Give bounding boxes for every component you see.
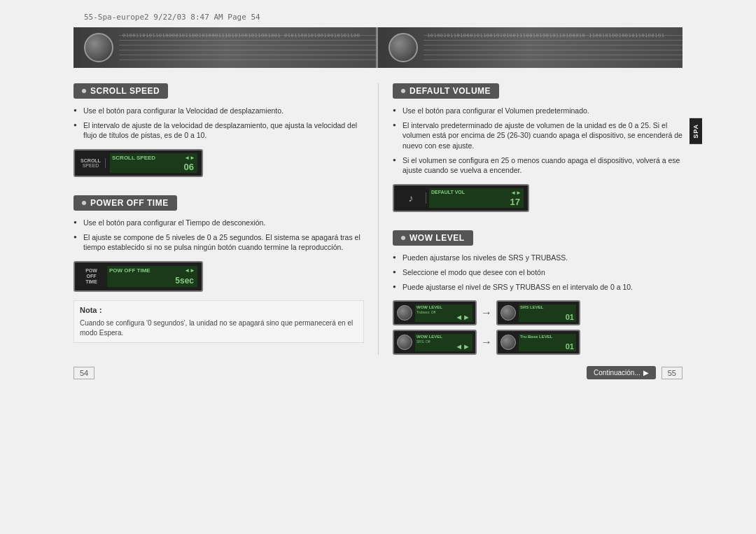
wow-screen-1: WOW LEVEL Trubass: Off ◄► [415, 304, 472, 322]
banner-strip: 0100110101101000010110010100011101010010… [74, 27, 682, 68]
wow-bullet-1: Pueden ajustarse los niveles de SRS y TR… [393, 253, 682, 263]
defvol-icon: ♪ [409, 192, 414, 204]
note-block: Nota： Cuando se configura '0 segundos', … [74, 300, 364, 343]
scroll-speed-dot [82, 89, 86, 93]
default-vol-display: ♪ DEFAULT VOL ◄► 17 [393, 184, 529, 212]
scroll-speed-bullet-1-text: Use el botón para configurar la Velocida… [83, 106, 284, 115]
wow-display-1: WOW LEVEL Trubass: Off ◄► [393, 300, 477, 325]
wow-screen-2-sub: SRS: Off [416, 339, 430, 344]
scroll-screen: SCROLL SPEED ◄► 06 [110, 153, 197, 173]
wow-icon-2 [397, 335, 412, 350]
defvol-screen: DEFAULT VOL ◄► 17 [429, 188, 524, 208]
default-vol-bullets: Use el botón para configurar el Volumen … [393, 106, 682, 176]
banner-circle-right [388, 33, 418, 62]
power-off-bullet-1-text: Use el botón para configurar el Tiempo d… [83, 218, 265, 227]
defvol-screen-value: 17 [510, 197, 520, 207]
right-column: SPA DEFAULT VOLUME Use el botón para con… [378, 83, 682, 355]
scroll-label-top: SCROLL [80, 158, 101, 163]
scroll-speed-arrows: ◄► [184, 155, 195, 161]
power-off-display: POW OFF TIME POW OFF TIME ◄► 5sec [74, 261, 203, 292]
scroll-speed-header: SCROLL SPEED [74, 83, 168, 99]
scroll-speed-title: SCROLL SPEED [90, 86, 160, 96]
wow-screen-1-arrows: ◄► [455, 313, 470, 321]
wow-level-section: WOW LEVEL Pueden ajustarse los niveles d… [393, 230, 682, 355]
pow-label-text2: OFF [87, 274, 97, 279]
default-vol-dot [401, 89, 405, 93]
wow-screen-1-label: WOW LEVEL [416, 305, 442, 309]
default-vol-bullet-3: Si el volumen se configura en 25 o menos… [393, 155, 682, 176]
wow-screen-2-arrows: ◄► [455, 342, 470, 351]
wow-screen-2-label: WOW LEVEL [416, 335, 442, 339]
scroll-screen-label: SCROLL SPEED [112, 155, 155, 161]
power-off-title: POWER OFF TIME [90, 198, 169, 208]
banner-circle-left [84, 33, 113, 62]
wow-level-header: WOW LEVEL [393, 230, 473, 246]
spa-tab: SPA [690, 118, 702, 144]
wow-row-1: WOW LEVEL Trubass: Off ◄► → SRS LEVEL 01 [393, 300, 682, 325]
page-number-left: 54 [74, 367, 94, 379]
power-off-time-section: POWER OFF TIME Use el botón para configu… [74, 195, 364, 343]
scroll-speed-bullet-2: El intervalo de ajuste de la velocidad d… [74, 120, 364, 141]
scroll-speed-display: SCROLL SPEED SCROLL SPEED ◄► 06 [74, 149, 203, 177]
wow-bullet-3: Puede ajustarse el nivel de SRS y TRUBAS… [393, 282, 682, 293]
power-off-bullet-2: El ajuste se compone de 5 niveles de 0 a… [74, 232, 364, 253]
wow-icon-1 [397, 305, 412, 321]
defvol-screen-arrows: ◄► [510, 190, 522, 196]
arrow-right-2: → [481, 336, 492, 349]
page-container: 55-Spa-europe2 9/22/03 8:47 AM Page 54 0… [0, 0, 756, 534]
section-gap-1 [74, 185, 364, 195]
page-number-right: 55 [662, 367, 682, 379]
pow-screen-value: 5sec [175, 276, 194, 286]
default-vol-title: DEFAULT VOLUME [410, 86, 491, 96]
scroll-speed-bullets: Use el botón para configurar la Velocida… [74, 106, 364, 141]
pow-screen-arrows: ◄► [184, 267, 195, 274]
power-off-bullets: Use el botón para configurar el Tiempo d… [74, 218, 364, 253]
wow-display-2: WOW LEVEL SRS: Off ◄► [393, 330, 477, 355]
srs-screen-1: SRS LEVEL 01 [519, 304, 576, 322]
bottom-right: Continuación... ▶ 55 [587, 366, 682, 379]
main-content: SCROLL SPEED Use el botón para configura… [74, 83, 682, 355]
continuacion-button[interactable]: Continuación... ▶ [587, 366, 656, 379]
pow-label-block: POW OFF TIME [79, 268, 104, 286]
banner-left: 0100110101101000010110010100011101010010… [74, 27, 378, 68]
scroll-speed-bullet-2-text: El intervalo de ajuste de la velocidad d… [83, 121, 357, 140]
srs-icon-1 [500, 305, 516, 321]
banner-right: 1010010110100010110010101001110010100101… [378, 27, 682, 68]
continuacion-label: Continuación... [594, 369, 640, 377]
banner-text-left: 0100110101101000010110010100011101010010… [122, 33, 360, 38]
power-off-dot [82, 201, 86, 205]
default-volume-header: DEFAULT VOLUME [393, 83, 499, 99]
trubass-screen: Tru Bass LEVEL 01 [519, 334, 576, 351]
defvol-label-block: ♪ [398, 192, 426, 204]
trubass-label: Tru Bass LEVEL [520, 335, 552, 339]
bottom-bar: 54 Continuación... ▶ 55 [74, 366, 682, 379]
note-text: Cuando se configura '0 segundos', la uni… [80, 318, 358, 338]
trubass-icon [500, 335, 516, 350]
power-off-bullet-1: Use el botón para configurar el Tiempo d… [74, 218, 364, 228]
wow-level-title: WOW LEVEL [410, 233, 465, 243]
scroll-display-inner: SCROLL SPEED SCROLL SPEED ◄► 06 [75, 153, 202, 173]
trubass-value: 01 [566, 342, 574, 351]
trubass-display: Tru Bass LEVEL 01 [496, 330, 580, 355]
default-vol-bullet-2: El intervalo predeterminado de ajuste de… [393, 120, 682, 151]
left-column: SCROLL SPEED Use el botón para configura… [74, 83, 378, 355]
power-off-bullet-2-text: El ajuste se compone de 5 niveles de 0 a… [83, 233, 360, 252]
wow-bullet-2: Seleccione el modo que desee con el botó… [393, 267, 682, 278]
wow-row-2: WOW LEVEL SRS: Off ◄► → Tru Bass LEVEL 0… [393, 330, 682, 355]
header-file-info: 55-Spa-europe2 9/22/03 8:47 AM Page 54 [84, 13, 260, 22]
pow-screen: POW OFF TIME ◄► 5sec [107, 266, 197, 287]
scroll-speed-bullet-1: Use el botón para configurar la Velocida… [74, 106, 364, 116]
default-volume-section: DEFAULT VOLUME Use el botón para configu… [393, 83, 682, 212]
scroll-label-bot: SPEED [83, 163, 99, 168]
wow-displays-container: WOW LEVEL Trubass: Off ◄► → SRS LEVEL 01 [393, 300, 682, 355]
defvol-screen-label: DEFAULT VOL [431, 190, 465, 195]
banner-text-right: 1010010110100010110010101001110010100101… [427, 33, 665, 38]
power-off-time-header: POWER OFF TIME [74, 195, 177, 211]
arrow-right-1: → [481, 307, 492, 319]
pow-screen-label: POW OFF TIME [109, 267, 150, 274]
wow-screen-2: WOW LEVEL SRS: Off ◄► [415, 334, 472, 351]
section-gap-2 [393, 220, 682, 230]
wow-level-bullets: Pueden ajustarse los niveles de SRS y TR… [393, 253, 682, 292]
scroll-speed-section: SCROLL SPEED Use el botón para configura… [74, 83, 364, 177]
cont-arrow: ▶ [643, 369, 649, 377]
